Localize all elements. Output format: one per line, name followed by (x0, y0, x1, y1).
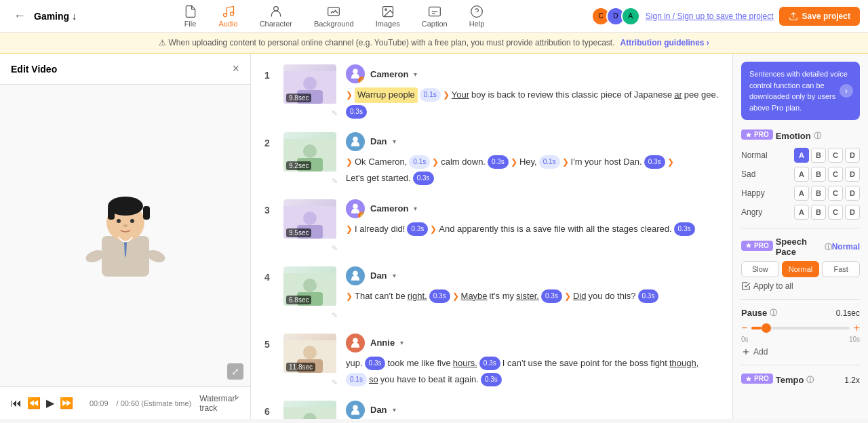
thumb-duration: 9.2sec (286, 161, 311, 170)
emotion-happy-label: Happy (741, 188, 765, 198)
svg-point-0 (223, 13, 226, 16)
emotion-sad-c[interactable]: C (828, 167, 843, 182)
project-title: Gaming ↓ (34, 11, 77, 22)
previous-frame-button[interactable]: ⏪ (27, 397, 41, 409)
word: so (369, 373, 378, 387)
word: I already did! (355, 222, 405, 237)
pause-badge[interactable]: 0.3s (481, 373, 502, 386)
speaker-name[interactable]: Dan (370, 270, 387, 281)
emotion-sad-d[interactable]: D (845, 167, 860, 182)
pace-buttons: Slow Normal Fast (741, 261, 860, 277)
sign-in-link[interactable]: Sign in / Sign up (646, 12, 705, 21)
tool-caption[interactable]: Caption (416, 2, 453, 31)
emotion-sad-label: Sad (741, 169, 755, 179)
pause-badge[interactable]: 0.1s (420, 88, 441, 102)
emotion-happy-d[interactable]: D (845, 186, 860, 201)
skip-to-start-button[interactable]: ⏮ (11, 397, 22, 409)
pause-badge[interactable]: 0.1s (539, 155, 560, 169)
tempo-header: PRO Tempo ⓘ 1.2x (741, 374, 860, 386)
tool-background[interactable]: Background (309, 2, 359, 31)
timeline-bar: ⏮ ⏪ ▶ ⏩ 00:09 / 00:60 (Estimate time) Wa… (0, 386, 250, 419)
svg-point-1 (230, 12, 233, 15)
tempo-section: PRO Tempo ⓘ 1.2x (741, 374, 860, 386)
pace-fast-button[interactable]: Fast (822, 261, 860, 277)
tool-images[interactable]: Images (370, 2, 406, 31)
pause-add-button[interactable]: Add (741, 347, 860, 357)
pause-increase-button[interactable]: + (854, 322, 860, 334)
pace-slow-button[interactable]: Slow (741, 261, 779, 277)
pause-badge[interactable]: 0.3s (346, 105, 367, 119)
emotion-sad-b[interactable]: B (811, 167, 826, 182)
tool-file[interactable]: File (178, 2, 203, 31)
left-panel: Edit Video × (0, 54, 251, 419)
pause-badge[interactable]: 0.1s (346, 373, 367, 386)
pause-badge[interactable]: 0.1s (409, 155, 430, 169)
pause-badge[interactable]: 0.3s (479, 357, 500, 370)
svg-rect-3 (328, 7, 340, 16)
speaker-name[interactable]: Dan (370, 405, 387, 415)
emotion-normal-c[interactable]: C (828, 148, 843, 163)
back-button[interactable]: ← (8, 6, 31, 26)
emotion-happy-c[interactable]: C (828, 186, 843, 201)
emotion-angry-options: A B C D (794, 205, 860, 220)
pause-badge[interactable]: 0.3s (674, 222, 695, 236)
speaker-avatar: 🔒 (346, 64, 365, 83)
pause-slider-fill (751, 327, 761, 329)
emotion-angry-c[interactable]: C (828, 205, 843, 220)
pause-badge[interactable]: 0.3s (429, 289, 450, 303)
svg-point-41 (353, 338, 358, 343)
pace-info-icon[interactable]: ⓘ (825, 242, 832, 252)
tool-audio[interactable]: Audio (214, 2, 243, 31)
apply-to-all-button[interactable]: Apply to all (741, 281, 860, 291)
close-edit-button[interactable]: × (232, 62, 239, 76)
pause-decrease-button[interactable]: − (741, 322, 747, 334)
left-panel-header: Edit Video × (0, 54, 250, 85)
emotion-angry-d[interactable]: D (845, 205, 860, 220)
emotion-normal-a[interactable]: A (794, 148, 809, 163)
speaker-name[interactable]: Annie (370, 338, 395, 348)
emotion-section-title: PRO Emotion ⓘ (741, 129, 860, 142)
emotion-angry-label: Angry (741, 207, 762, 217)
pause-title: Pause ⓘ (741, 308, 777, 318)
pro-info-arrow[interactable]: › (840, 84, 853, 98)
pace-normal-button[interactable]: Normal (782, 261, 820, 277)
pause-badge[interactable]: 0.3s (365, 357, 386, 370)
tempo-info-icon[interactable]: ⓘ (806, 375, 814, 385)
pace-current-value: Normal (832, 242, 860, 251)
speaker-name[interactable]: Cameron (370, 69, 408, 79)
pause-badge[interactable]: 0.3s (488, 155, 509, 169)
emotion-happy-a[interactable]: A (794, 186, 809, 201)
emotion-sad-a[interactable]: A (794, 167, 809, 182)
emotion-info-icon[interactable]: ⓘ (814, 131, 821, 141)
expand-preview-button[interactable]: ⤢ (227, 363, 243, 380)
pause-badge[interactable]: 0.3s (407, 222, 428, 236)
save-project-button[interactable]: Save project (779, 7, 860, 26)
emotion-angry-a[interactable]: A (794, 205, 809, 220)
emotion-angry-b[interactable]: B (811, 205, 826, 220)
scene-number: 1 (264, 70, 275, 81)
pause-badge[interactable]: 0.3s (644, 155, 665, 169)
scene-number: 3 (264, 205, 275, 216)
pause-slider-thumb[interactable] (762, 323, 771, 333)
pause-slider-track[interactable] (751, 327, 849, 329)
svg-point-5 (385, 8, 387, 9)
attribution-link[interactable]: Attribution guidelines › (620, 38, 709, 47)
emotion-normal-b[interactable]: B (811, 148, 826, 163)
emotion-happy-options: A B C D (794, 186, 860, 201)
pause-info-icon[interactable]: ⓘ (770, 308, 777, 318)
speaker-name[interactable]: Cameron (370, 203, 408, 214)
word: you do this? (588, 289, 635, 304)
pause-badge[interactable]: 0.3s (638, 289, 659, 303)
pause-badge[interactable]: 0.3s (541, 289, 562, 303)
nav-right: C D A Sign in / Sign up to save the proj… (591, 7, 860, 26)
play-pause-button[interactable]: ▶ (46, 397, 54, 409)
scene-content: Annie ▾ yup. 0.3s took me like five hour… (346, 334, 719, 387)
tool-help[interactable]: Help (464, 2, 490, 31)
emotion-normal-d[interactable]: D (845, 148, 860, 163)
speaker-name[interactable]: Dan (370, 136, 387, 146)
next-frame-button[interactable]: ⏩ (60, 397, 73, 409)
tool-character[interactable]: Character (254, 2, 298, 31)
main-layout: Edit Video × (0, 54, 868, 419)
emotion-happy-b[interactable]: B (811, 186, 826, 201)
pause-badge[interactable]: 0.3s (413, 172, 434, 185)
